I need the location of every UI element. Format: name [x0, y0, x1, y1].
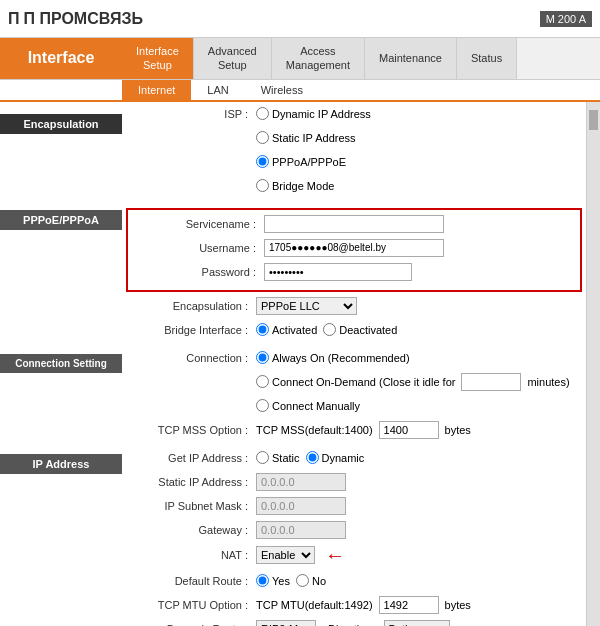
tcp-mtu-label: TCP MTU Option : — [126, 599, 256, 611]
demand-minutes-input[interactable] — [461, 373, 521, 391]
get-ip-label: Get IP Address : — [126, 452, 256, 464]
default-route-row: Default Route : Yes No — [126, 571, 582, 591]
isp-section: ISP : Dynamic IP Address — [126, 104, 582, 196]
ip-static-label: Static — [272, 452, 300, 464]
isp-row: ISP : Dynamic IP Address — [126, 104, 582, 124]
pppoe-content: Servicename : Username : Password : — [122, 202, 586, 346]
sub-nav: Internet LAN Wireless — [0, 80, 600, 102]
sub-tab-wireless[interactable]: Wireless — [245, 80, 319, 100]
isp-options: Dynamic IP Address — [256, 107, 582, 120]
tab-advanced-setup[interactable]: AdvancedSetup — [194, 38, 272, 79]
scrollbar-thumb[interactable] — [589, 110, 598, 130]
pppoe-section: PPPoE/PPPoA Servicename : Username : — [0, 202, 586, 346]
pppoe-sidebar: PPPoE/PPPoA — [0, 202, 122, 346]
connection-content: Connection : Always On (Recommended) Con… — [122, 346, 586, 446]
isp-dynamic-radio[interactable] — [256, 107, 269, 120]
dynamic-route-row: Dynamic Route : RIP2-M RIP1 RIP2-B Direc… — [126, 619, 582, 626]
connect-demand: Connect On-Demand (Close it idle for — [256, 375, 455, 388]
pppoe-credentials-box: Servicename : Username : Password : — [126, 208, 582, 292]
isp-bridge-radio[interactable] — [256, 179, 269, 192]
nav-tab-group: InterfaceSetup AdvancedSetup AccessManag… — [122, 38, 600, 79]
connect-demand-radio[interactable] — [256, 375, 269, 388]
connection-always-row: Connection : Always On (Recommended) — [126, 348, 582, 368]
default-route-label: Default Route : — [126, 575, 256, 587]
bridge-activated-label: Activated — [272, 324, 317, 336]
ip-static: Static — [256, 451, 300, 464]
ip-dynamic: Dynamic — [306, 451, 365, 464]
get-ip-row: Get IP Address : Static Dynamic — [126, 448, 582, 468]
isp-bridge-row: Bridge Mode — [126, 176, 582, 196]
direction-select[interactable]: Both In Only Out Only — [384, 620, 450, 626]
default-route-no-radio[interactable] — [296, 574, 309, 587]
connect-manual-label: Connect Manually — [272, 400, 360, 412]
sub-tab-internet[interactable]: Internet — [122, 80, 191, 100]
password-row: Password : — [134, 262, 574, 282]
dynamic-route-label: Dynamic Route : — [126, 623, 256, 626]
tcp-mtu-input[interactable] — [379, 596, 439, 614]
isp-static-radio[interactable] — [256, 131, 269, 144]
nat-label: NAT : — [126, 549, 256, 561]
gateway-input[interactable] — [256, 521, 346, 539]
subnet-row: IP Subnet Mask : — [126, 496, 582, 516]
connection-section: Connection Setting Connection : Always O… — [0, 346, 586, 446]
direction-label: Direction : — [328, 623, 378, 626]
bridge-deactivated-radio[interactable] — [323, 323, 336, 336]
isp-static-options: Static IP Address — [256, 131, 582, 144]
connect-demand-label: Connect On-Demand (Close it idle for — [272, 376, 455, 388]
tcp-mtu-prefix: TCP MTU(default:1492) — [256, 599, 373, 611]
encapsulation-content: ISP : Dynamic IP Address — [122, 102, 586, 202]
default-route-yes: Yes — [256, 574, 290, 587]
isp-bridge: Bridge Mode — [256, 179, 334, 192]
ip-static-radio[interactable] — [256, 451, 269, 464]
bridge-interface-label: Bridge Interface : — [126, 324, 256, 336]
tcp-mss-input[interactable] — [379, 421, 439, 439]
static-ip-input[interactable] — [256, 473, 346, 491]
ip-address-sidebar: IP Address — [0, 446, 122, 626]
connection-demand-row: Connect On-Demand (Close it idle for min… — [126, 372, 582, 392]
isp-dynamic: Dynamic IP Address — [256, 107, 371, 120]
tcp-mss-label: TCP MSS Option : — [126, 424, 256, 436]
tab-status[interactable]: Status — [457, 38, 517, 79]
logo: П П ПРОМСВЯЗЬ — [8, 10, 143, 28]
tcp-mss-unit: bytes — [445, 424, 471, 436]
always-on-radio[interactable] — [256, 351, 269, 364]
encapsulation-select[interactable]: PPPoE LLC PPPoE VC-Mux PPPoA LLC PPPoA V… — [256, 297, 357, 315]
logo-text: П ПРОМСВЯЗЬ — [24, 10, 143, 28]
bridge-deactivated-label: Deactivated — [339, 324, 397, 336]
tab-interface-setup[interactable]: InterfaceSetup — [122, 38, 194, 79]
isp-pppoa-row: PPPoA/PPPoE — [126, 152, 582, 172]
default-route-yes-radio[interactable] — [256, 574, 269, 587]
username-row: Username : — [134, 238, 574, 258]
tcp-mss-row: TCP MSS Option : TCP MSS(default:1400) b… — [126, 420, 582, 440]
dynamic-route-select[interactable]: RIP2-M RIP1 RIP2-B — [256, 620, 316, 626]
connection-manual-row: Connect Manually — [126, 396, 582, 416]
scroll-area: Encapsulation ISP : Dynamic IP Address — [0, 102, 586, 626]
servicename-input[interactable] — [264, 215, 444, 233]
tcp-mtu-unit: bytes — [445, 599, 471, 611]
tab-maintenance[interactable]: Maintenance — [365, 38, 457, 79]
isp-static-row: Static IP Address — [126, 128, 582, 148]
servicename-row: Servicename : — [134, 214, 574, 234]
username-input[interactable] — [264, 239, 444, 257]
bridge-activated-radio[interactable] — [256, 323, 269, 336]
top-nav: Interface InterfaceSetup AdvancedSetup A… — [0, 38, 600, 80]
header: П П ПРОМСВЯЗЬ M 200 A — [0, 0, 600, 38]
password-input[interactable] — [264, 263, 412, 281]
logo-flag-icon: П — [8, 10, 20, 28]
subnet-input[interactable] — [256, 497, 346, 515]
connect-manual-radio[interactable] — [256, 399, 269, 412]
isp-dynamic-label: Dynamic IP Address — [272, 108, 371, 120]
connection-field-label: Connection : — [126, 352, 256, 364]
ip-dynamic-radio[interactable] — [306, 451, 319, 464]
isp-pppoa: PPPoA/PPPoE — [256, 155, 346, 168]
isp-label: ISP : — [126, 108, 256, 120]
connect-manual: Connect Manually — [256, 399, 360, 412]
encapsulation-field-label: Encapsulation : — [126, 300, 256, 312]
encapsulation-sidebar: Encapsulation — [0, 102, 122, 202]
tab-access-management[interactable]: AccessManagement — [272, 38, 365, 79]
isp-pppoa-radio[interactable] — [256, 155, 269, 168]
sub-tab-lan[interactable]: LAN — [191, 80, 244, 100]
scrollbar[interactable] — [586, 102, 600, 626]
static-ip-row: Static IP Address : — [126, 472, 582, 492]
nat-select[interactable]: Enable Disable — [256, 546, 315, 564]
